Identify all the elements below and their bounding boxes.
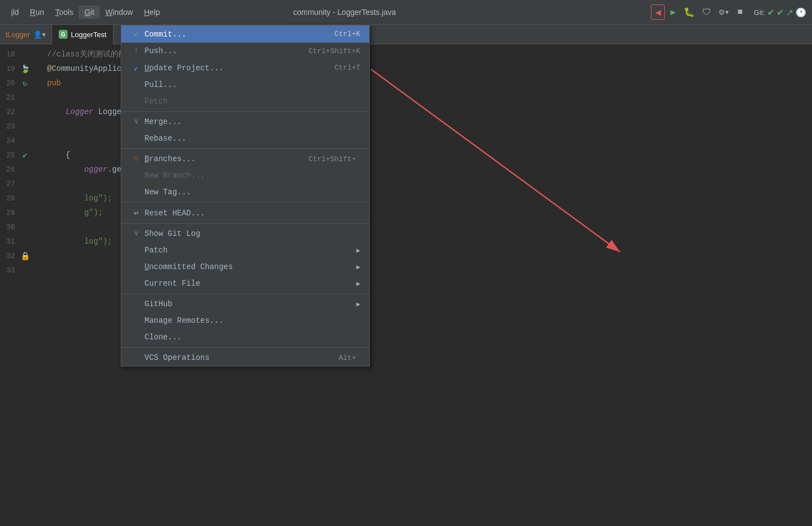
tab-label: LoggerTest <box>71 30 106 39</box>
line-row: 25 ✔ <box>0 148 42 162</box>
debug-button[interactable]: 🐛 <box>681 6 697 19</box>
menu-item-vcs-operations[interactable]: VCS Operations Alt+` <box>121 349 369 366</box>
branches-icon: ⑂ <box>130 154 142 163</box>
vcs-operations-label: VCS Operations <box>144 353 339 362</box>
git-check-icon[interactable]: ✔ <box>767 7 774 18</box>
menu-item-branches[interactable]: ⑂ Branches... Ctrl+Shift+` <box>121 151 369 167</box>
menu-run[interactable]: Run <box>24 6 50 19</box>
rebase-label: Rebase... <box>144 134 360 143</box>
menu-item-new-tag[interactable]: New Tag... <box>121 184 369 200</box>
git-toolbar: Git: ✔ ✔ ↗ 🕐 <box>754 7 806 18</box>
new-branch-icon <box>130 171 142 180</box>
line-numbers: 18 19 🍃 20 ↻ 21 22 23 <box>0 47 42 277</box>
push-shortcut: Ctrl+Shift+K <box>308 47 360 55</box>
manage-remotes-label: Manage Remotes... <box>144 316 360 325</box>
menu-item-pull[interactable]: Pull... <box>121 76 369 93</box>
git-push-icon[interactable]: ↗ <box>786 7 793 18</box>
menu-tools[interactable]: Tools <box>50 6 79 19</box>
rebase-icon <box>130 134 142 143</box>
reset-icon: ↩ <box>130 208 142 218</box>
patch-icon <box>130 246 142 255</box>
run-config-dropdown[interactable]: ⚙▾ <box>717 6 732 19</box>
vcs-icon <box>130 353 142 362</box>
lock-icon: 🔒 <box>19 251 30 261</box>
uncommitted-icon <box>130 262 142 271</box>
line-row: 21 <box>0 90 42 105</box>
github-icon <box>130 300 142 308</box>
show-git-log-label: Show Git Log <box>144 229 360 238</box>
menu-item-new-branch: New Branch... <box>121 167 369 184</box>
menu-item-clone[interactable]: Clone... <box>121 329 369 345</box>
line-row: 33 <box>0 263 42 277</box>
coverage-button[interactable]: 🛡 <box>700 6 713 19</box>
leaf-icon: 🍃 <box>19 64 30 74</box>
menu-item-merge[interactable]: ⑂ Merge... <box>121 114 369 130</box>
menu-git[interactable]: Git <box>79 6 100 19</box>
git-check2-icon[interactable]: ✔ <box>777 7 784 18</box>
left-gutter: 18 19 🍃 20 ↻ 21 22 23 <box>0 44 42 526</box>
line-row: 19 🍃 <box>0 61 42 76</box>
patch-label: Patch <box>144 246 356 255</box>
git-history-icon[interactable]: 🕐 <box>795 7 806 18</box>
back-button[interactable]: ◀ <box>651 4 665 20</box>
menu-item-rebase[interactable]: Rebase... <box>121 130 369 147</box>
reset-head-label: Reset HEAD... <box>144 209 360 218</box>
menu-item-manage-remotes[interactable]: Manage Remotes... <box>121 312 369 329</box>
tab-file-icon: G <box>59 30 68 39</box>
menu-build[interactable]: ild <box>6 6 24 19</box>
fetch-icon <box>130 97 142 106</box>
menu-item-current-file[interactable]: Current File ▶ <box>121 275 369 292</box>
update-icon: ↙ <box>130 63 142 73</box>
stop-button[interactable]: ■ <box>735 6 745 18</box>
current-file-arrow: ▶ <box>356 280 360 288</box>
menu-item-uncommitted[interactable]: Uncommitted Changes ▶ <box>121 259 369 275</box>
github-label: GitHub <box>144 300 356 308</box>
line-row: 28 <box>0 191 42 205</box>
run-button[interactable]: ▶ <box>668 6 678 19</box>
line-row: 18 <box>0 47 42 61</box>
update-label: Update Project... <box>144 64 334 73</box>
line-row: 23 <box>0 119 42 133</box>
current-file-label: Current File <box>144 279 356 288</box>
commit-shortcut: Ctrl+K <box>334 30 360 38</box>
merge-label: Merge... <box>144 117 360 126</box>
toolbar-right: ◀ ▶ 🐛 🛡 ⚙▾ ■ Git: ✔ ✔ ↗ 🕐 <box>651 4 806 20</box>
update-shortcut: Ctrl+T <box>334 64 360 72</box>
line-row: 22 <box>0 105 42 119</box>
line-row: 20 ↻ <box>0 76 42 90</box>
line-row: 29 <box>0 205 42 220</box>
menu-item-update[interactable]: ↙ Update Project... Ctrl+T <box>121 59 369 76</box>
sync-icon: ↻ <box>19 79 30 88</box>
vcs-shortcut: Alt+` <box>339 354 360 362</box>
user-icon[interactable]: 👤▾ <box>33 30 46 39</box>
tab-loggertest[interactable]: G LoggerTest <box>52 25 113 44</box>
menu-item-show-git-log[interactable]: ⑂ Show Git Log <box>121 225 369 242</box>
clone-icon <box>130 333 142 342</box>
menu-item-reset-head[interactable]: ↩ Reset HEAD... <box>121 204 369 221</box>
current-file-icon <box>130 279 142 288</box>
menu-window[interactable]: Window <box>100 6 138 19</box>
menu-separator <box>121 347 369 348</box>
commit-label: Commit... <box>144 30 334 39</box>
menu-item-patch[interactable]: Patch ▶ <box>121 242 369 259</box>
menu-item-push[interactable]: ↑ Push... Ctrl+Shift+K <box>121 43 369 59</box>
pull-icon <box>130 80 142 89</box>
line-row: 26 <box>0 162 42 177</box>
menu-item-github[interactable]: GitHub ▶ <box>121 296 369 312</box>
menu-separator <box>121 293 369 294</box>
menu-item-commit[interactable]: ✔ Commit... Ctrl+K <box>121 25 369 43</box>
git-label: Git: <box>754 8 765 17</box>
patch-arrow: ▶ <box>356 246 360 255</box>
menu-separator <box>121 148 369 149</box>
line-row: 27 <box>0 177 42 191</box>
menu-help[interactable]: Help <box>138 6 165 19</box>
menu-separator <box>121 223 369 224</box>
merge-icon: ⑂ <box>130 117 142 126</box>
commit-icon: ✔ <box>130 29 142 39</box>
new-branch-label: New Branch... <box>144 171 360 180</box>
new-tag-icon <box>130 188 142 197</box>
branches-label: Branches... <box>144 154 308 163</box>
line-row: 32 🔒 <box>0 249 42 263</box>
git-dropdown-menu: ✔ Commit... Ctrl+K ↑ Push... Ctrl+Shift+… <box>121 25 370 367</box>
pull-label: Pull... <box>144 80 360 89</box>
